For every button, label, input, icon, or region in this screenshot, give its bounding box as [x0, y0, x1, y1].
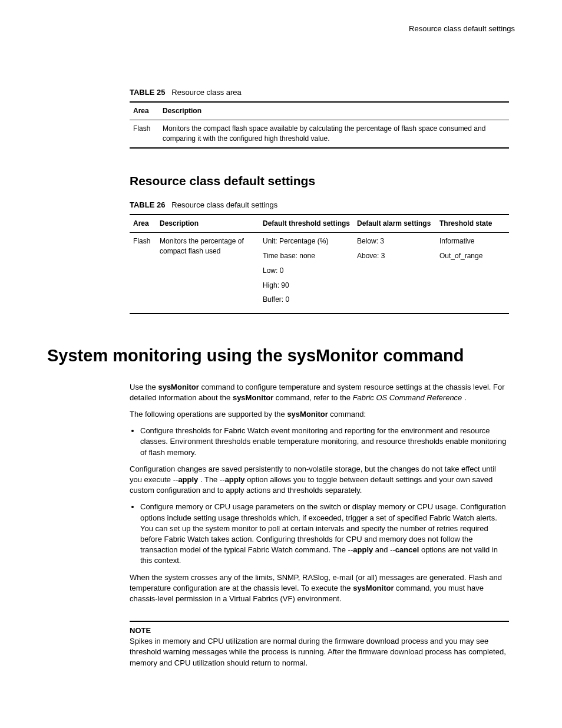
t26-desc: Monitors the percentage of compact flash…: [156, 233, 259, 314]
t26-thr-1: Time base: none: [263, 251, 350, 261]
table26-h4: Threshold state: [436, 215, 509, 232]
table26-caption-label: TABLE 26: [130, 200, 165, 209]
table-row: Flash Monitors the compact flash space a…: [130, 120, 509, 148]
t26-thr-0: Unit: Percentage (%): [263, 236, 350, 246]
text: . The --: [198, 475, 224, 484]
table26-caption: TABLE 26 Resource class default settings: [130, 200, 509, 210]
t26-state-1: Out_of_range: [439, 251, 505, 261]
bold-text: apply: [178, 475, 198, 484]
paragraph-1: Use the sysMonitor command to configure …: [130, 382, 509, 403]
main-heading: System monitoring using the sysMonitor c…: [47, 344, 515, 368]
table25-caption: TABLE 25 Resource class area: [130, 87, 509, 98]
text: command:: [328, 410, 366, 419]
bold-text: cancel: [395, 545, 419, 554]
section-heading: Resource class default settings: [130, 172, 509, 189]
table25: Area Description Flash Monitors the comp…: [130, 101, 509, 148]
table25-header-desc: Description: [159, 102, 509, 120]
note-block: NOTE Spikes in memory and CPU utilizatio…: [130, 621, 509, 668]
table26: Area Description Default threshold setti…: [130, 214, 509, 314]
table25-caption-label: TABLE 25: [130, 88, 165, 97]
paragraph-4: When the system crosses any of the limit…: [130, 572, 509, 605]
table-row: Flash Monitors the percentage of compact…: [130, 233, 509, 314]
paragraph-2: The following operations are supported b…: [130, 409, 509, 420]
table25-desc: Monitors the compact flash space availab…: [159, 120, 509, 148]
bold-text: sysMonitor: [233, 393, 273, 402]
page-header-right: Resource class default settings: [47, 24, 515, 34]
table25-caption-text: Resource class area: [171, 88, 242, 97]
paragraph-3: Configuration changes are saved persiste…: [130, 464, 509, 496]
text: Use the: [130, 383, 158, 391]
table25-header-area: Area: [130, 102, 159, 120]
bold-text: sysMonitor: [287, 410, 328, 419]
t26-alarm-1: Above: 3: [357, 251, 432, 261]
table26-h3: Default alarm settings: [353, 215, 436, 232]
t26-area: Flash: [130, 233, 156, 314]
note-text: Spikes in memory and CPU utilization are…: [130, 636, 509, 668]
t26-alarm-0: Below: 3: [357, 236, 432, 246]
bold-text: apply: [353, 545, 373, 554]
bullet-list-1: Configure thresholds for Fabric Watch ev…: [130, 426, 509, 458]
text: .: [462, 393, 466, 402]
t26-thr-3: High: 90: [263, 281, 350, 291]
bold-text: apply: [225, 475, 245, 484]
table26-caption-text: Resource class default settings: [171, 200, 277, 209]
text: The following operations are supported b…: [130, 410, 287, 419]
note-label: NOTE: [130, 625, 509, 636]
bold-text: sysMonitor: [158, 383, 199, 391]
table26-h0: Area: [130, 215, 156, 232]
list-item: Configure thresholds for Fabric Watch ev…: [140, 426, 509, 458]
t26-thr-2: Low: 0: [263, 266, 350, 276]
list-item: Configure memory or CPU usage parameters…: [140, 502, 509, 566]
t26-state: Informative Out_of_range: [436, 233, 509, 314]
bullet-list-2: Configure memory or CPU usage parameters…: [130, 502, 509, 566]
table26-h2: Default threshold settings: [259, 215, 353, 232]
text: and --: [373, 545, 395, 554]
table25-area: Flash: [130, 120, 159, 148]
t26-alarm: Below: 3 Above: 3: [353, 233, 436, 314]
t26-thr-4: Buffer: 0: [263, 295, 350, 305]
table26-h1: Description: [156, 215, 259, 232]
italic-text: Fabric OS Command Reference: [353, 393, 462, 402]
t26-threshold: Unit: Percentage (%) Time base: none Low…: [259, 233, 353, 314]
bold-text: sysMonitor: [353, 584, 394, 592]
t26-state-0: Informative: [439, 236, 505, 246]
text: command, refer to the: [273, 393, 352, 402]
